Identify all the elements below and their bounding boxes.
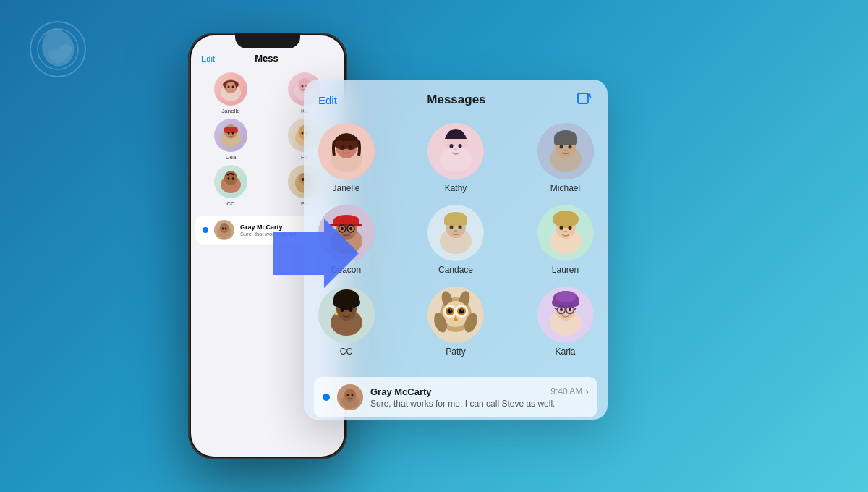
- glass-contact-name-patty: Patty: [446, 347, 465, 357]
- iphone-contact-name-deacon: Dea: [226, 154, 237, 161]
- svg-point-95: [340, 308, 344, 312]
- glass-avatar-karla: [537, 287, 594, 343]
- svg-rect-14: [224, 127, 238, 133]
- iphone-notch: [235, 33, 300, 48]
- svg-point-42: [344, 149, 349, 151]
- svg-point-40: [341, 145, 344, 149]
- svg-point-75: [459, 226, 462, 229]
- iphone-contact-janelle[interactable]: Janelle: [212, 72, 250, 114]
- svg-point-56: [568, 145, 571, 149]
- glass-row-1: Janelle: [315, 123, 596, 193]
- glass-compose-button[interactable]: [576, 91, 593, 109]
- glass-contact-name-karla: Karla: [555, 347, 575, 357]
- glass-contact-cc[interactable]: CC: [315, 287, 377, 357]
- iphone-header-title: Mess: [255, 53, 278, 64]
- iphone-preview-avatar: [214, 220, 234, 240]
- iphone-avatar-deacon: [214, 119, 247, 152]
- glass-avatar-michael: [537, 123, 594, 179]
- svg-point-129: [344, 389, 356, 402]
- glass-avatar-candace: [427, 205, 484, 261]
- svg-point-96: [349, 308, 352, 312]
- svg-point-32: [222, 228, 224, 230]
- glass-avatar-kathy: [427, 123, 484, 179]
- svg-point-82: [559, 226, 563, 230]
- glass-preview-sender: Gray McCarty: [370, 386, 432, 397]
- svg-point-49: [454, 149, 457, 150]
- glass-preview-chevron: ›: [585, 386, 589, 397]
- svg-point-125: [560, 308, 563, 311]
- svg-point-16: [232, 132, 234, 135]
- svg-point-126: [569, 308, 571, 311]
- glass-edit-button[interactable]: Edit: [318, 94, 337, 106]
- glass-contact-name-lauren: Lauren: [552, 265, 579, 275]
- glass-contact-kathy[interactable]: Kathy: [425, 123, 487, 193]
- glass-panel-header: Edit Messages: [304, 80, 608, 117]
- glass-avatar-patty: [427, 287, 484, 343]
- svg-rect-81: [553, 216, 579, 224]
- glass-preview-time: 9:40 AM: [550, 386, 582, 396]
- svg-point-7: [232, 85, 234, 88]
- svg-point-106: [448, 309, 453, 314]
- iphone-avatar-janelle: [214, 72, 247, 106]
- glass-contact-name-candace: Candace: [438, 265, 473, 275]
- svg-point-74: [450, 226, 454, 229]
- glass-message-preview[interactable]: Gray McCarty 9:40 AM › Sure, that works …: [314, 377, 597, 417]
- svg-point-55: [559, 145, 563, 149]
- glass-contact-lauren[interactable]: Lauren: [535, 205, 596, 275]
- svg-point-5: [226, 82, 236, 93]
- glass-row-3: CC: [315, 287, 596, 357]
- glass-preview-message: Sure, that works for me. I can call Stev…: [370, 399, 589, 409]
- svg-point-47: [450, 144, 454, 148]
- svg-marker-34: [273, 219, 359, 288]
- svg-point-93: [352, 298, 360, 307]
- svg-point-15: [228, 132, 230, 135]
- iphone-avatar-cc: [214, 165, 247, 198]
- glass-avatar-janelle: [318, 123, 375, 179]
- svg-point-25: [232, 177, 234, 180]
- glass-contact-name-kathy: Kathy: [445, 183, 467, 193]
- svg-point-107: [459, 309, 464, 314]
- glass-avatar-lauren: [537, 205, 594, 261]
- glass-preview-header: Gray McCarty 9:40 AM ›: [370, 386, 589, 397]
- glass-preview-dot: [323, 394, 330, 401]
- svg-point-24: [228, 177, 230, 180]
- iphone-contact-name-janelle: Janelle: [221, 108, 239, 114]
- svg-point-76: [454, 230, 457, 232]
- iphone-messages-header: Edit Mess: [191, 51, 344, 68]
- logo-watermark: [29, 20, 87, 78]
- glass-preview-content: Gray McCarty 9:40 AM › Sure, that works …: [370, 386, 589, 409]
- svg-point-108: [450, 310, 451, 311]
- svg-rect-73: [444, 218, 467, 225]
- svg-point-33: [225, 228, 226, 230]
- glass-preview-avatar: [337, 384, 363, 410]
- svg-point-10: [302, 85, 304, 88]
- svg-point-83: [568, 226, 571, 230]
- svg-point-6: [228, 85, 230, 88]
- iphone-contact-deacon[interactable]: Dea: [212, 119, 250, 161]
- svg-point-109: [461, 310, 463, 311]
- glass-contact-karla[interactable]: Karla: [535, 287, 596, 357]
- glass-contact-name-michael: Michael: [550, 183, 580, 193]
- svg-point-119: [556, 291, 576, 302]
- svg-point-41: [348, 145, 352, 149]
- iphone-contact-name-cc: CC: [226, 200, 235, 207]
- svg-point-31: [220, 223, 229, 233]
- iphone-contact-cc[interactable]: CC: [212, 165, 250, 207]
- glass-contact-janelle[interactable]: Janelle: [315, 123, 377, 193]
- glass-contact-michael[interactable]: Michael: [535, 123, 596, 193]
- svg-rect-54: [554, 136, 577, 145]
- glass-contact-patty[interactable]: Patty: [425, 287, 487, 357]
- iphone-preview-dot: [203, 227, 208, 233]
- iphone-edit-button[interactable]: Edit: [201, 54, 215, 63]
- svg-rect-35: [578, 93, 588, 103]
- svg-point-17: [229, 134, 232, 135]
- svg-point-94: [335, 313, 338, 315]
- glass-panel-title: Messages: [427, 93, 485, 107]
- glass-contact-name-janelle: Janelle: [332, 183, 359, 193]
- glass-contact-name-cc: CC: [340, 347, 352, 357]
- svg-point-131: [352, 394, 354, 396]
- glass-contact-candace[interactable]: Candace: [425, 205, 487, 275]
- glass-avatar-cc: [318, 287, 375, 343]
- arrow-indicator: [273, 217, 360, 289]
- svg-point-130: [347, 394, 349, 396]
